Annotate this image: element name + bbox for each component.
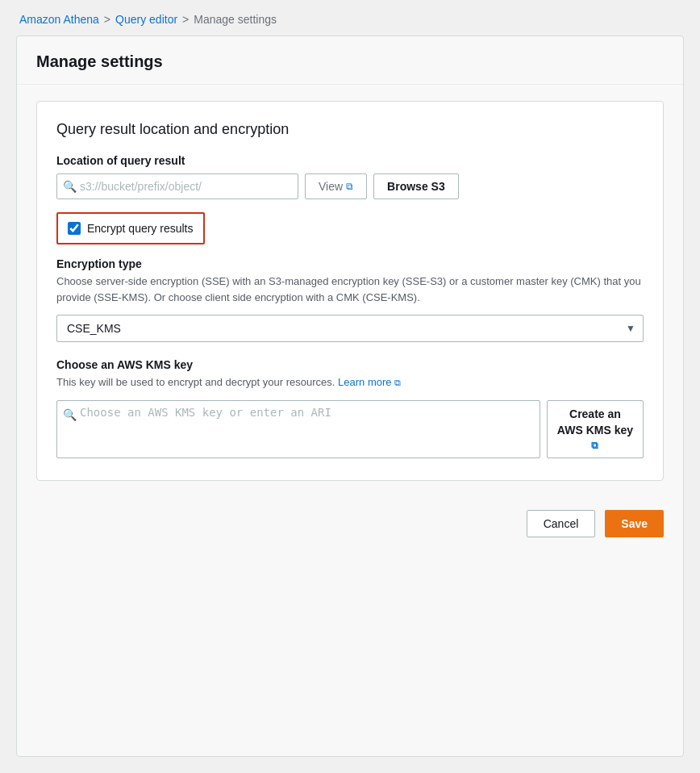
learn-more-external-icon: ⧉ <box>394 378 401 387</box>
main-container: Manage settings Query result location an… <box>16 36 684 757</box>
breadcrumb-query-editor[interactable]: Query editor <box>115 13 177 26</box>
create-kms-line1: Create an <box>569 407 621 420</box>
kms-input-group: 🔍 Create an AWS KMS key ⧉ <box>56 400 644 461</box>
kms-input-wrapper: 🔍 <box>56 400 540 461</box>
create-kms-line2: AWS KMS key <box>557 424 633 437</box>
kms-key-input[interactable] <box>56 400 540 458</box>
breadcrumb-separator-2: > <box>182 13 189 26</box>
breadcrumb-separator-1: > <box>104 13 110 26</box>
location-input-group: 🔍 View ⧉ Browse S3 <box>56 173 644 199</box>
kms-label: Choose an AWS KMS key <box>56 358 644 371</box>
encryption-type-label: Encryption type <box>56 257 644 270</box>
breadcrumb-amazon-athena[interactable]: Amazon Athena <box>19 13 99 26</box>
kms-desc-text: This key will be used to encrypt and dec… <box>56 376 335 388</box>
create-kms-button[interactable]: Create an AWS KMS key ⧉ <box>547 400 644 458</box>
breadcrumb-current: Manage settings <box>194 13 277 26</box>
settings-card: Query result location and encryption Loc… <box>36 101 664 481</box>
encrypt-checkbox[interactable] <box>68 222 81 235</box>
location-input[interactable] <box>56 173 298 199</box>
page-title: Manage settings <box>36 52 664 71</box>
save-button[interactable]: Save <box>605 510 664 537</box>
view-external-icon: ⧉ <box>346 181 353 192</box>
encryption-type-select[interactable]: SSE_S3 SSE_KMS CSE_KMS <box>56 315 644 342</box>
encryption-type-desc: Choose server-side encryption (SSE) with… <box>56 274 644 305</box>
kms-section: Choose an AWS KMS key This key will be u… <box>56 358 644 461</box>
create-kms-external-icon: ⧉ <box>591 440 598 451</box>
cancel-button[interactable]: Cancel <box>527 510 596 537</box>
location-field: Location of query result 🔍 View ⧉ Browse… <box>56 154 644 199</box>
footer: Cancel Save <box>17 497 683 550</box>
card-title: Query result location and encryption <box>56 121 644 138</box>
encrypt-checkbox-label[interactable]: Encrypt query results <box>87 222 194 235</box>
browse-s3-button[interactable]: Browse S3 <box>373 173 459 199</box>
location-label: Location of query result <box>56 154 644 167</box>
learn-more-link[interactable]: Learn more ⧉ <box>338 376 401 388</box>
encryption-type-field: Encryption type Choose server-side encry… <box>56 257 644 342</box>
kms-desc: This key will be used to encrypt and dec… <box>56 374 644 391</box>
encryption-select-wrapper: SSE_S3 SSE_KMS CSE_KMS ▼ <box>56 315 644 342</box>
page-header: Manage settings <box>17 36 683 85</box>
view-button[interactable]: View ⧉ <box>305 173 367 199</box>
encrypt-checkbox-container[interactable]: Encrypt query results <box>56 212 205 244</box>
view-button-label: View <box>319 180 343 193</box>
breadcrumb: Amazon Athena > Query editor > Manage se… <box>0 0 700 36</box>
location-input-wrapper: 🔍 <box>56 173 298 199</box>
